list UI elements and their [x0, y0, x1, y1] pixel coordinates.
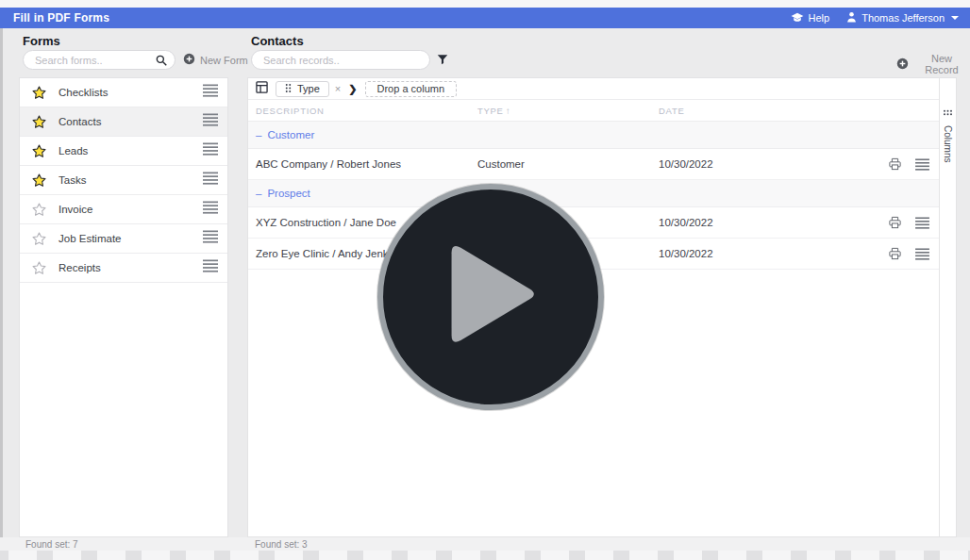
help-label: Help: [809, 12, 830, 24]
group-by-icon[interactable]: [256, 80, 268, 97]
sort-asc-icon: ↑: [506, 106, 511, 116]
star-icon[interactable]: [31, 231, 47, 247]
remove-group-icon[interactable]: ×: [335, 83, 341, 94]
group-chip-label: Type: [297, 83, 320, 94]
star-icon[interactable]: [31, 260, 47, 276]
forms-list-item[interactable]: Receipts: [20, 254, 227, 283]
plus-circle-icon: [183, 53, 195, 67]
forms-list-item[interactable]: Job Estimate: [20, 224, 227, 254]
column-header-date[interactable]: Date: [659, 106, 939, 116]
forms-list-item-label: Checklists: [59, 87, 108, 98]
star-icon[interactable]: [31, 85, 47, 101]
record-description: ABC Company / Robert Jones: [248, 158, 477, 170]
print-icon[interactable]: [888, 247, 902, 260]
columns-tab-label: Columns: [943, 125, 953, 162]
print-icon[interactable]: [888, 216, 902, 229]
new-form-label: New Form: [200, 55, 248, 66]
columns-tab[interactable]: Columns: [939, 78, 956, 536]
collapse-group-toggle[interactable]: –: [256, 129, 261, 140]
forms-list-item-label: Tasks: [59, 174, 86, 186]
contacts-panel-title: Contacts: [251, 34, 304, 48]
new-record-label: New Record: [913, 53, 970, 75]
forms-list-item[interactable]: Leads: [20, 137, 227, 166]
record-row[interactable]: XYZ Construction / Jane Doe 10/30/2022: [248, 207, 939, 239]
group-bar: – Prospect: [248, 180, 939, 207]
table-header: Description Type↑ Date: [248, 100, 939, 122]
star-icon[interactable]: [31, 173, 47, 189]
forms-list: Checklists Contacts Leads Tasks: [19, 77, 228, 537]
status-footer: [0, 537, 970, 551]
forms-list-item[interactable]: Checklists: [20, 78, 227, 107]
window-left-edge: [0, 28, 3, 560]
forms-list-item-label: Receipts: [59, 262, 101, 273]
forms-list-item-label: Leads: [59, 145, 88, 156]
group-bar-label: Prospect: [267, 188, 309, 199]
records-search-input[interactable]: [251, 50, 430, 70]
group-bar-label: Customer: [267, 129, 314, 140]
video-play-button[interactable]: [377, 184, 604, 410]
group-toolbar: Type × ❯ Drop a column: [248, 78, 939, 100]
forms-panel-title: Forms: [23, 34, 60, 48]
play-icon: [439, 239, 543, 355]
search-icon[interactable]: [155, 54, 168, 71]
record-type: Customer: [477, 158, 659, 170]
collapse-group-toggle[interactable]: –: [256, 188, 261, 199]
menu-lines-icon[interactable]: [203, 142, 218, 159]
column-header-type[interactable]: Type↑: [477, 106, 659, 116]
menu-lines-icon[interactable]: [203, 113, 218, 130]
menu-lines-icon[interactable]: [203, 84, 218, 101]
new-form-button[interactable]: New Form: [183, 53, 248, 67]
forms-list-item[interactable]: Invoice: [20, 195, 227, 224]
menu-lines-icon[interactable]: [203, 172, 218, 189]
star-icon[interactable]: [31, 143, 47, 159]
forms-search-input[interactable]: [23, 50, 176, 70]
forms-found-set: Found set: 7: [25, 539, 78, 550]
video-scrubber[interactable]: [0, 551, 970, 560]
table-body: – Customer ABC Company / Robert Jones Cu…: [248, 122, 939, 270]
group-bar: – Customer: [248, 122, 939, 149]
star-icon[interactable]: [31, 114, 47, 130]
forms-list-item[interactable]: Contacts: [20, 107, 227, 137]
row-menu-icon[interactable]: [915, 217, 929, 229]
star-icon[interactable]: [31, 202, 47, 218]
user-menu[interactable]: Thomas Jefferson: [846, 11, 959, 25]
record-date: 10/30/2022: [659, 217, 888, 228]
record-date: 10/30/2022: [659, 248, 888, 259]
column-header-description[interactable]: Description: [248, 106, 477, 116]
chevron-right-icon[interactable]: ❯: [348, 83, 357, 95]
row-menu-icon[interactable]: [915, 248, 929, 260]
menu-lines-icon[interactable]: [203, 201, 218, 218]
record-row[interactable]: ABC Company / Robert Jones Customer 10/3…: [248, 149, 939, 180]
group-chip-type[interactable]: Type: [276, 81, 329, 97]
chevron-down-icon: [951, 16, 959, 20]
forms-list-item-label: Contacts: [59, 116, 101, 127]
forms-list-item-label: Job Estimate: [59, 233, 121, 244]
menu-lines-icon[interactable]: [203, 259, 218, 276]
grid-dots-icon: [943, 103, 953, 120]
graduation-cap-icon: [791, 12, 804, 25]
drag-dots-icon: [285, 83, 292, 95]
records-found-set: Found set: 3: [255, 539, 308, 550]
new-record-button[interactable]: New Record: [896, 53, 970, 75]
filter-funnel-icon[interactable]: [436, 53, 449, 70]
forms-list-item-label: Invoice: [59, 204, 92, 215]
row-menu-icon[interactable]: [915, 158, 929, 171]
menu-lines-icon[interactable]: [203, 230, 218, 247]
user-name: Thomas Jefferson: [861, 12, 945, 24]
forms-list-item[interactable]: Tasks: [20, 166, 227, 195]
print-icon[interactable]: [888, 157, 902, 171]
record-date: 10/30/2022: [659, 158, 888, 170]
app-title: Fill in PDF Forms: [13, 11, 109, 25]
drop-column-target[interactable]: Drop a column: [365, 81, 458, 97]
window-top-strip: [0, 0, 970, 8]
plus-circle-icon: [896, 58, 909, 72]
user-icon: [846, 11, 857, 25]
app-header: Fill in PDF Forms Help Thomas Jefferson: [0, 8, 970, 28]
help-link[interactable]: Help: [791, 12, 830, 25]
